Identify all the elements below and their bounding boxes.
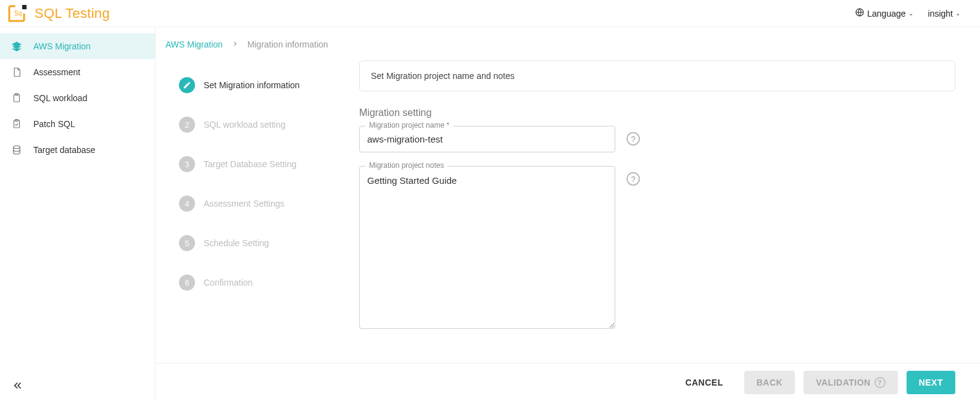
- logo-mark-icon: Sq: [7, 4, 28, 23]
- cancel-button[interactable]: CANCEL: [673, 371, 735, 394]
- sidebar-item-aws-migration[interactable]: AWS Migration: [0, 33, 155, 59]
- pencil-icon: [179, 77, 195, 93]
- help-icon[interactable]: ?: [626, 172, 640, 186]
- user-menu[interactable]: insight ⌄: [921, 9, 968, 19]
- layers-icon: [11, 41, 22, 52]
- database-icon: [11, 144, 22, 155]
- wizard-footer: CANCEL BACK VALIDATION ? NEXT: [156, 363, 980, 401]
- back-button[interactable]: BACK: [744, 371, 795, 394]
- sidebar-item-label: Patch SQL: [33, 119, 75, 129]
- chevrons-left-icon: [12, 380, 23, 394]
- project-name-label: Migration project name *: [365, 121, 453, 130]
- document-icon: [11, 67, 22, 78]
- project-notes-input[interactable]: [359, 166, 615, 329]
- step-label: Confirmation: [204, 278, 252, 287]
- next-button[interactable]: NEXT: [907, 371, 955, 394]
- help-icon[interactable]: ?: [626, 132, 640, 146]
- sidebar-item-label: SQL workload: [33, 93, 87, 103]
- content-area: AWS Migration Migration information Set …: [156, 27, 980, 401]
- sidebar-item-assessment[interactable]: Assessment: [0, 59, 155, 85]
- help-icon: ?: [874, 377, 886, 388]
- breadcrumb-root[interactable]: AWS Migration: [165, 39, 223, 49]
- step-number-badge: 3: [179, 156, 195, 172]
- step-number-badge: 5: [179, 235, 195, 251]
- step-label: SQL workload setting: [204, 120, 286, 130]
- svg-rect-0: [22, 5, 27, 9]
- breadcrumb-current: Migration information: [247, 39, 328, 49]
- step-number-badge: 2: [179, 117, 195, 133]
- sidebar: AWS Migration Assessment SQL workload Pa…: [0, 27, 156, 401]
- form-banner: Set Migration project name and notes: [359, 60, 955, 91]
- app-title: SQL Testing: [35, 6, 110, 22]
- validation-label: VALIDATION: [816, 378, 870, 387]
- app-logo[interactable]: Sq SQL Testing: [7, 4, 110, 23]
- user-menu-label: insight: [928, 9, 953, 19]
- step-assessment-settings[interactable]: 4 Assessment Settings: [179, 184, 341, 223]
- validation-button[interactable]: VALIDATION ?: [804, 371, 897, 394]
- chevron-right-icon: [231, 39, 239, 49]
- sidebar-item-patch-sql[interactable]: Patch SQL: [0, 111, 155, 137]
- sidebar-item-target-database[interactable]: Target database: [0, 137, 155, 163]
- project-name-input[interactable]: [359, 126, 615, 152]
- language-label: Language: [867, 9, 905, 19]
- wizard-stepper: Set Migration information 2 SQL workload…: [179, 60, 341, 302]
- step-label: Schedule Setting: [204, 238, 269, 248]
- step-label: Assessment Settings: [204, 199, 284, 209]
- project-notes-label: Migration project notes: [365, 161, 447, 170]
- language-menu[interactable]: Language ⌄: [847, 7, 920, 19]
- app-header: Sq SQL Testing Language ⌄ insight ⌄: [0, 0, 980, 27]
- clipboard-check-icon: [11, 118, 22, 130]
- section-title: Migration setting: [359, 107, 955, 118]
- sidebar-item-label: AWS Migration: [33, 41, 91, 51]
- breadcrumb: AWS Migration Migration information: [156, 27, 980, 60]
- chevron-down-icon: ⌄: [955, 10, 960, 17]
- step-target-database[interactable]: 3 Target Database Setting: [179, 144, 341, 184]
- sidebar-item-label: Target database: [33, 145, 95, 155]
- step-number-badge: 6: [179, 275, 195, 291]
- step-label: Target Database Setting: [204, 159, 296, 169]
- sidebar-item-label: Assessment: [33, 67, 80, 77]
- project-name-field: Migration project name *: [359, 126, 615, 152]
- step-number-badge: 4: [179, 196, 195, 212]
- sidebar-collapse-button[interactable]: [11, 380, 25, 394]
- step-sql-workload[interactable]: 2 SQL workload setting: [179, 105, 341, 144]
- chevron-down-icon: ⌄: [908, 10, 913, 17]
- svg-point-7: [14, 146, 20, 149]
- clipboard-icon: [11, 93, 22, 104]
- step-label: Set Migration information: [204, 80, 300, 90]
- svg-text:Sq: Sq: [14, 10, 22, 17]
- step-confirmation[interactable]: 6 Confirmation: [179, 263, 341, 302]
- step-schedule-setting[interactable]: 5 Schedule Setting: [179, 223, 341, 263]
- globe-icon: [855, 7, 865, 19]
- project-notes-field: Migration project notes: [359, 166, 615, 331]
- sidebar-item-sql-workload[interactable]: SQL workload: [0, 85, 155, 111]
- step-migration-info[interactable]: Set Migration information: [179, 65, 341, 105]
- form-panel: Set Migration project name and notes Mig…: [359, 60, 955, 345]
